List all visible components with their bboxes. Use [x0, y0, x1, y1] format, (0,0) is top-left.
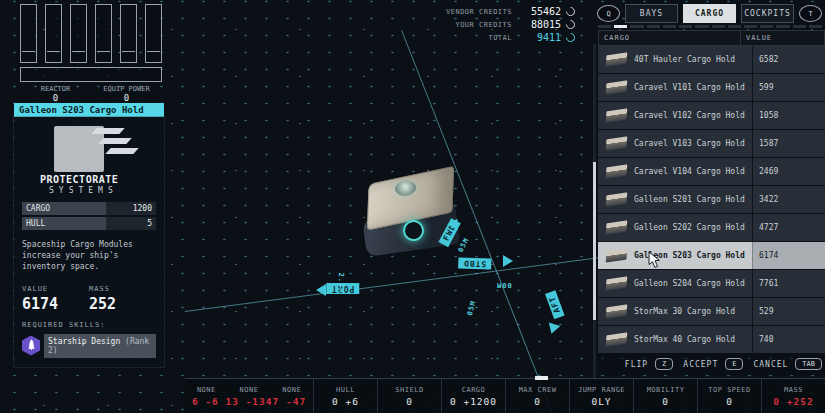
credit-label: YOUR CREDITS	[455, 21, 512, 29]
power-bar[interactable]	[120, 4, 137, 63]
page-dash	[712, 25, 725, 28]
equip-power-value: 0	[91, 93, 162, 103]
reactor-label: REACTOR	[20, 85, 91, 93]
part-thumbnail	[598, 158, 634, 185]
part-name: StorMax 30 Cargo Hold	[634, 298, 752, 325]
status-label: MAX CREW	[506, 386, 569, 394]
cargo-box-icon	[605, 52, 627, 66]
stat-label: HULL	[22, 217, 106, 230]
cargo-box-icon	[605, 248, 627, 262]
flip-key[interactable]: Z	[655, 358, 673, 370]
power-bar[interactable]	[45, 4, 62, 63]
status-section: MASS0 +252	[762, 379, 825, 413]
credit-value: 88015	[517, 19, 561, 30]
accept-key[interactable]: E	[725, 358, 743, 370]
power-total-bar	[20, 67, 162, 82]
action-bar: FLIPZACCEPTECANCELTAB	[598, 353, 825, 375]
list-scrollbar[interactable]	[593, 44, 596, 380]
column-value: VALUE	[740, 31, 824, 45]
part-name: Galleon S201 Cargo Hold	[634, 186, 752, 213]
part-name: Caravel V104 Cargo Hold	[634, 158, 752, 185]
part-name: Caravel V102 Cargo Hold	[634, 102, 752, 129]
list-item[interactable]: Galleon S202 Cargo Hold4727	[598, 214, 825, 242]
status-value: 6 -6 13 -1347 -47	[192, 396, 306, 407]
part-value: 6582	[752, 46, 825, 73]
page-dash	[679, 25, 692, 28]
tab-cockpits[interactable]: COCKPITS	[741, 4, 794, 23]
part-thumbnail	[598, 326, 634, 353]
list-item[interactable]: Caravel V103 Cargo Hold1587	[598, 130, 825, 158]
cargo-box-icon	[605, 192, 627, 206]
category-tabs: QBAYSCARGOCOCKPITST	[597, 4, 822, 23]
list-item[interactable]: Caravel V104 Cargo Hold2469	[598, 158, 825, 186]
status-section: MAX CREW0	[506, 379, 570, 413]
tab-pagination	[598, 25, 822, 28]
power-bar[interactable]	[95, 4, 112, 63]
prev-category-key[interactable]: Q	[597, 5, 620, 22]
part-name: Galleon S204 Cargo Hold	[634, 270, 752, 297]
parts-list-header: CARGO VALUE	[598, 30, 825, 46]
power-bar[interactable]	[145, 4, 162, 63]
list-item[interactable]: Galleon S203 Cargo Hold6174	[598, 242, 825, 270]
list-item[interactable]: Galleon S204 Cargo Hold7761	[598, 270, 825, 298]
list-item[interactable]: 40T Hauler Cargo Hold6582	[598, 46, 825, 74]
status-section: HULL0 +6	[314, 379, 378, 413]
flip-label: FLIP	[625, 360, 648, 369]
page-dash	[663, 25, 676, 28]
column-part: CARGO	[599, 31, 740, 45]
ship-builder-screen: FWDSTBDPORTAFT05M00M2.4M05M REACTOR EQUI…	[0, 0, 825, 413]
power-bar[interactable]	[20, 4, 37, 63]
part-description: Spaceship Cargo Modules increase your sh…	[22, 239, 156, 273]
credit-value: 9411	[517, 32, 561, 43]
part-value: 2469	[752, 158, 825, 185]
part-name: Caravel V101 Cargo Hold	[634, 74, 752, 101]
credits-icon	[564, 18, 577, 31]
list-item[interactable]: StorMax 40 Cargo Hold740	[598, 326, 825, 354]
status-value: 0LY	[591, 396, 611, 407]
skill-requirement: Starship Design (Rank 2)	[22, 334, 156, 358]
part-thumbnail	[598, 214, 634, 241]
list-item[interactable]: StorMax 30 Cargo Hold529	[598, 298, 825, 326]
status-section: MOBILITY0	[634, 379, 698, 413]
part-name: Caravel V103 Cargo Hold	[634, 130, 752, 157]
aft-arrow-icon	[546, 322, 561, 335]
status-label: NONE	[228, 386, 271, 394]
part-value: 4727	[752, 214, 825, 241]
stbd-marker: STBD	[458, 257, 492, 269]
value-label: VALUE	[22, 285, 89, 293]
cargo-box-icon	[605, 332, 627, 346]
part-stat-row: HULL5	[22, 217, 156, 230]
status-section: NONENONENONE6 -6 13 -1347 -47	[185, 379, 314, 413]
next-category-key[interactable]: T	[799, 5, 822, 22]
tab-cargo[interactable]: CARGO	[683, 4, 736, 23]
page-dash	[793, 25, 806, 28]
status-value: 0	[534, 396, 541, 407]
page-dash	[598, 25, 611, 28]
stat-label: CARGO	[22, 202, 106, 215]
cargo-box-icon	[605, 276, 627, 290]
list-item[interactable]: Galleon S201 Cargo Hold3422	[598, 186, 825, 214]
stat-value: 1200	[106, 202, 156, 215]
page-dash	[744, 25, 757, 28]
status-value: 0	[662, 396, 669, 407]
part-value: 3422	[752, 186, 825, 213]
power-allocation-panel: REACTOR EQUIP POWER 0 0	[20, 4, 162, 103]
credits-icon	[564, 31, 577, 44]
list-item[interactable]: Caravel V101 Cargo Hold599	[598, 74, 825, 102]
page-dash	[728, 25, 741, 28]
part-thumbnail	[598, 102, 634, 129]
status-label: TOP SPEED	[698, 386, 761, 394]
manufacturer-logo: PROTECTORATE SYSTEMS	[22, 124, 156, 198]
cancel-key[interactable]: TAB	[795, 358, 822, 370]
status-label: JUMP RANGE	[570, 386, 633, 394]
tab-bays[interactable]: BAYS	[625, 4, 678, 23]
status-label: SHIELD	[378, 386, 441, 394]
cargo-box-icon	[605, 220, 627, 234]
list-item[interactable]: Caravel V102 Cargo Hold1058	[598, 102, 825, 130]
reactor-value: 0	[20, 93, 91, 103]
power-bar[interactable]	[70, 4, 87, 63]
part-mass: 252	[89, 295, 156, 313]
status-value: 0	[726, 396, 733, 407]
page-dash	[776, 25, 789, 28]
scrollbar-thumb[interactable]	[593, 162, 596, 320]
